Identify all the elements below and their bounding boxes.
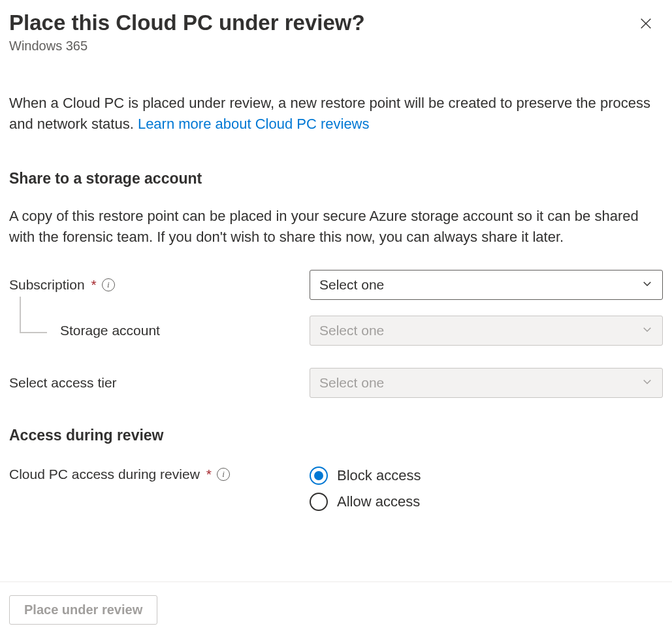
access-tier-select: Select one [310,368,663,398]
storage-account-label: Storage account [9,323,310,338]
radio-button-icon [310,493,328,511]
required-asterisk: * [91,277,97,293]
access-tier-label: Select access tier [9,375,310,391]
info-icon[interactable]: i [217,468,230,481]
storage-section-description: A copy of this restore point can be plac… [9,206,663,248]
radio-allow-access[interactable]: Allow access [310,493,421,511]
radio-block-access-label: Block access [337,467,421,484]
storage-account-select-placeholder: Select one [319,323,384,338]
access-during-review-label: Cloud PC access during review * i [9,467,310,482]
radio-block-access[interactable]: Block access [310,467,421,485]
panel-subtitle: Windows 365 [9,39,365,54]
access-tier-label-text: Select access tier [9,375,117,391]
intro-paragraph: When a Cloud PC is placed under review, … [9,93,663,135]
required-asterisk: * [206,467,212,482]
subscription-label: Subscription * i [9,277,310,293]
tree-connector-icon [20,297,47,333]
subscription-label-text: Subscription [9,277,85,293]
learn-more-link[interactable]: Learn more about Cloud PC reviews [138,116,370,132]
close-button[interactable] [634,13,658,37]
subscription-select[interactable]: Select one [310,270,663,300]
subscription-select-placeholder: Select one [319,277,384,293]
place-under-review-button[interactable]: Place under review [9,595,157,625]
chevron-down-icon [641,375,653,391]
access-section-heading: Access during review [9,427,663,444]
panel-title: Place this Cloud PC under review? [9,9,365,36]
access-tier-select-placeholder: Select one [319,375,384,391]
storage-account-label-text: Storage account [60,323,160,338]
storage-account-select: Select one [310,316,663,346]
radio-allow-access-label: Allow access [337,493,420,510]
info-icon[interactable]: i [102,278,115,291]
access-label-text: Cloud PC access during review [9,467,200,482]
chevron-down-icon [641,323,653,338]
radio-button-icon [310,467,328,485]
chevron-down-icon [641,277,653,293]
close-icon [639,16,653,33]
storage-section-heading: Share to a storage account [9,170,663,188]
